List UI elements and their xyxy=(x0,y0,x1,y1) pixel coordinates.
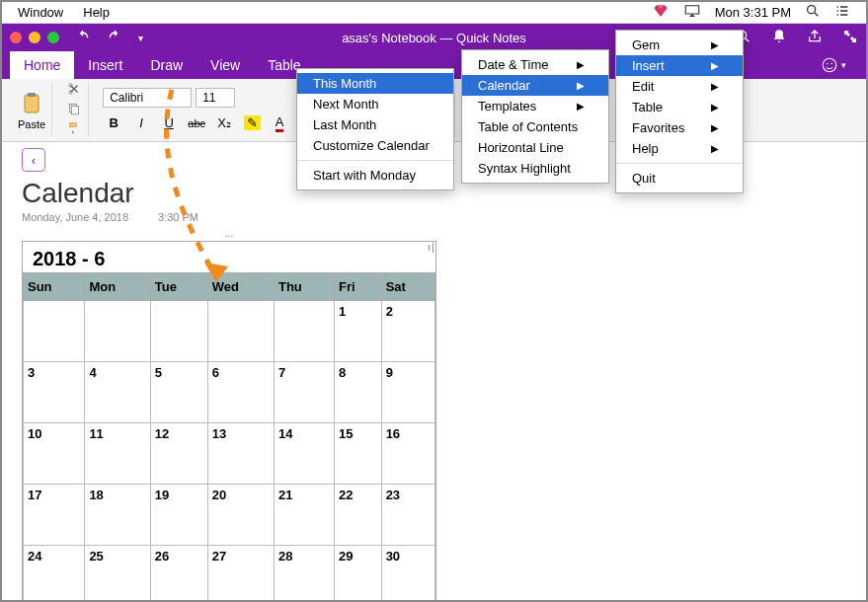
calendar-cell[interactable]: 24 xyxy=(24,546,85,603)
calendar-cell[interactable]: 29 xyxy=(335,546,382,603)
redo-icon[interactable] xyxy=(107,29,122,47)
gem-menu-item[interactable]: Favorites▶ xyxy=(616,117,743,138)
insert-menu-item[interactable]: Horizontal Line xyxy=(462,137,608,158)
airplay-icon[interactable] xyxy=(683,2,701,23)
calendar-cell[interactable]: 6 xyxy=(207,362,274,423)
calendar-cell[interactable]: 5 xyxy=(150,362,207,423)
cut-icon[interactable] xyxy=(66,82,82,99)
calendar-day-header: Tue xyxy=(150,273,207,301)
tab-home[interactable]: Home xyxy=(10,51,74,79)
undo-icon[interactable] xyxy=(75,29,91,47)
svg-rect-6 xyxy=(28,93,36,97)
calendar-cell[interactable]: 20 xyxy=(207,485,274,546)
calendar-cell[interactable]: 8 xyxy=(335,362,382,423)
calendar-cell[interactable]: 1 xyxy=(335,301,382,362)
gem-menu-item[interactable]: Gem▶ xyxy=(616,35,743,55)
tab-view[interactable]: View xyxy=(197,51,254,79)
gem-menu-item[interactable]: Table▶ xyxy=(616,97,743,117)
calendar-cell[interactable]: 19 xyxy=(150,485,207,546)
menu-window[interactable]: Window xyxy=(18,5,63,20)
calendar-submenu: This MonthNext MonthLast MonthCustomize … xyxy=(296,68,454,190)
highlight-button[interactable]: ✎ xyxy=(241,113,263,133)
gem-menu-item[interactable]: Edit▶ xyxy=(616,76,743,97)
font-family-select[interactable]: Calibri xyxy=(103,88,192,108)
svg-point-0 xyxy=(808,6,816,14)
insert-menu-item[interactable]: Syntax Highlight xyxy=(462,158,608,179)
insert-menu-item[interactable]: Calendar▶ xyxy=(462,75,608,96)
calendar-menu-item[interactable]: Customize Calendar xyxy=(297,135,453,156)
calendar-cell[interactable]: 21 xyxy=(274,485,334,546)
tab-draw[interactable]: Draw xyxy=(136,51,197,79)
calendar-cell[interactable] xyxy=(150,301,207,362)
mac-menubar: Window Help Mon 3:31 PM xyxy=(2,2,866,24)
calendar-cell[interactable]: 12 xyxy=(150,423,207,485)
calendar-cell[interactable]: 25 xyxy=(85,546,150,603)
calendar-menu-item[interactable]: Last Month xyxy=(297,114,453,135)
underline-button[interactable]: U xyxy=(158,113,180,133)
calendar-cell[interactable]: 2 xyxy=(381,301,434,362)
italic-button[interactable]: I xyxy=(130,113,152,133)
insert-menu-item[interactable]: Table of Contents xyxy=(462,116,608,137)
calendar-cell[interactable] xyxy=(85,301,150,362)
calendar-cell[interactable]: 10 xyxy=(24,423,85,485)
font-color-button[interactable]: A xyxy=(269,113,290,133)
subscript-button[interactable]: X₂ xyxy=(213,113,235,133)
calendar-cell[interactable] xyxy=(274,301,334,362)
calendar-cell[interactable]: 15 xyxy=(335,423,382,485)
note-container[interactable]: 2018 - 6 SunMonTueWedThuFriSat 123456789… xyxy=(22,241,436,602)
back-button[interactable]: ‹ xyxy=(22,148,45,172)
paste-label: Paste xyxy=(18,118,45,130)
smiley-icon[interactable]: ▾ xyxy=(809,51,858,79)
bold-button[interactable]: B xyxy=(103,113,124,133)
gem-menubar-icon[interactable] xyxy=(652,2,670,23)
font-size-select[interactable]: 11 xyxy=(196,88,235,108)
resize-handle-icon[interactable] xyxy=(423,241,436,255)
svg-rect-5 xyxy=(25,95,39,113)
calendar-cell[interactable]: 22 xyxy=(335,485,382,546)
calendar-cell[interactable]: 14 xyxy=(274,423,334,485)
calendar-cell[interactable]: 11 xyxy=(85,423,150,485)
format-painter-icon[interactable] xyxy=(66,121,82,138)
calendar-menu-item[interactable]: This Month xyxy=(297,73,453,94)
qa-dropdown-icon[interactable]: ▾ xyxy=(138,33,143,43)
calendar-cell[interactable]: 4 xyxy=(85,362,150,423)
insert-menu-item[interactable]: Templates▶ xyxy=(462,96,608,116)
gem-menu-item[interactable]: Help▶ xyxy=(616,138,743,159)
calendar-cell[interactable]: 7 xyxy=(274,362,334,423)
share-icon[interactable] xyxy=(807,29,823,47)
gem-menu: Gem▶Insert▶Edit▶Table▶Favorites▶Help▶Qui… xyxy=(615,30,744,193)
calendar-cell[interactable]: 26 xyxy=(150,546,207,603)
spotlight-icon[interactable] xyxy=(805,3,821,22)
traffic-lights[interactable] xyxy=(10,32,59,43)
calendar-cell[interactable]: 18 xyxy=(85,485,150,546)
calendar-cell[interactable]: 23 xyxy=(381,485,434,546)
calendar-menu-item[interactable]: Next Month xyxy=(297,94,453,114)
insert-menu-item[interactable]: Date & Time▶ xyxy=(462,54,608,75)
paste-button[interactable]: Paste xyxy=(18,91,45,130)
fullscreen-icon[interactable] xyxy=(842,29,858,47)
calendar-cell[interactable]: 27 xyxy=(207,546,274,603)
calendar-cell[interactable]: 16 xyxy=(381,423,434,485)
calendar-day-header: Sat xyxy=(381,273,434,301)
calendar-heading: 2018 - 6 xyxy=(23,242,435,272)
calendar-cell[interactable]: 28 xyxy=(274,546,334,603)
calendar-menu-item[interactable]: Start with Monday xyxy=(297,165,453,186)
calendar-day-header: Mon xyxy=(85,273,150,301)
gem-menu-item[interactable]: Insert▶ xyxy=(616,55,743,76)
bell-icon[interactable] xyxy=(771,29,787,47)
copy-icon[interactable] xyxy=(66,102,82,118)
page-time: 3:30 PM xyxy=(158,211,198,223)
gem-menu-item[interactable]: Quit xyxy=(616,168,743,188)
calendar-cell[interactable] xyxy=(24,301,85,362)
calendar-cell[interactable]: 17 xyxy=(24,485,85,546)
calendar-cell[interactable] xyxy=(207,301,274,362)
calendar-cell[interactable]: 30 xyxy=(381,546,434,603)
menu-help[interactable]: Help xyxy=(83,5,110,20)
page-date: Monday, June 4, 2018 xyxy=(22,211,128,223)
calendar-cell[interactable]: 13 xyxy=(207,423,274,485)
strike-button[interactable]: abc xyxy=(186,113,207,133)
calendar-cell[interactable]: 9 xyxy=(381,362,434,423)
calendar-cell[interactable]: 3 xyxy=(24,362,85,423)
list-icon[interactable] xyxy=(834,3,850,22)
tab-insert[interactable]: Insert xyxy=(74,51,136,79)
